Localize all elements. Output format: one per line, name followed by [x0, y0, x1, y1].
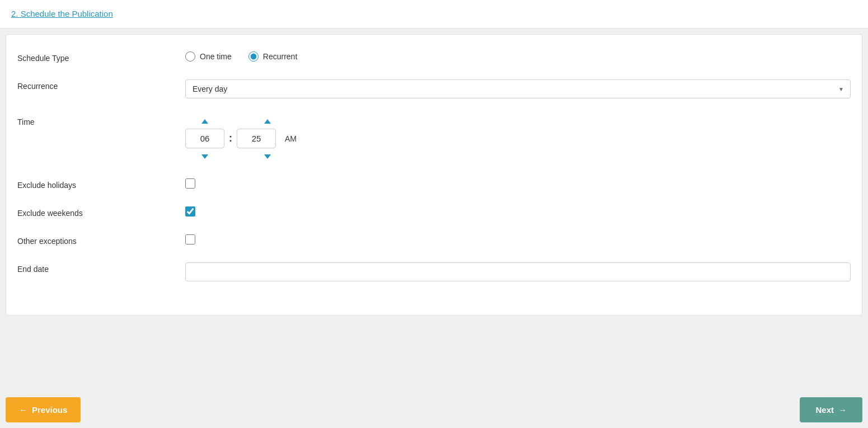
next-button[interactable]: Next — [800, 397, 862, 422]
minute-down-icon — [264, 154, 271, 159]
next-arrow-icon — [838, 405, 847, 415]
exclude-weekends-row: Exclude weekends — [17, 206, 851, 218]
recurrent-label: Recurrent — [263, 52, 297, 61]
time-label: Time — [17, 115, 185, 126]
minute-input[interactable] — [237, 129, 276, 148]
hour-up-spacer — [185, 115, 224, 126]
schedule-type-control: One time Recurrent — [185, 51, 851, 62]
form-card: Schedule Type One time Recurrent Recurre… — [6, 34, 862, 316]
time-arrows-top — [185, 115, 287, 126]
one-time-radio[interactable] — [185, 51, 195, 62]
recurrence-label: Recurrence — [17, 79, 185, 91]
minute-down-spacer — [248, 150, 287, 162]
schedule-type-row: Schedule Type One time Recurrent — [17, 51, 851, 63]
other-exceptions-checkbox[interactable] — [185, 234, 195, 244]
time-inputs-row: : AM — [185, 129, 297, 148]
ampm-display: AM — [285, 134, 297, 143]
one-time-label: One time — [200, 52, 232, 61]
time-arrows-bottom — [185, 150, 287, 162]
time-row: Time — [17, 115, 851, 162]
other-exceptions-label: Other exceptions — [17, 234, 185, 246]
end-date-control — [185, 262, 851, 281]
main-content: Schedule Type One time Recurrent Recurre… — [0, 29, 868, 392]
hour-down-button[interactable] — [198, 150, 212, 162]
exclude-holidays-row: Exclude holidays — [17, 178, 851, 190]
minute-down-button[interactable] — [261, 150, 274, 162]
previous-arrow-icon — [19, 405, 27, 415]
hour-up-button[interactable] — [198, 115, 212, 126]
previous-label: Previous — [32, 405, 67, 415]
exclude-weekends-control — [185, 206, 851, 217]
footer-navigation: Previous Next — [0, 392, 868, 428]
page-header: 2. Schedule the Publication — [0, 0, 868, 29]
time-separator: : — [229, 133, 232, 144]
recurrence-select-wrapper: Every day Every week Every month — [185, 79, 851, 98]
next-label: Next — [815, 405, 834, 415]
hour-input[interactable] — [185, 129, 224, 148]
exclude-holidays-checkbox[interactable] — [185, 178, 195, 189]
time-picker: : AM — [185, 115, 851, 162]
recurrent-radio[interactable] — [248, 51, 259, 62]
exclude-holidays-control — [185, 178, 851, 189]
recurrent-option[interactable]: Recurrent — [248, 51, 297, 62]
one-time-option[interactable]: One time — [185, 51, 232, 62]
other-exceptions-row: Other exceptions — [17, 234, 851, 246]
recurrence-control: Every day Every week Every month — [185, 79, 851, 98]
minute-up-spacer — [248, 115, 287, 126]
exclude-weekends-checkbox[interactable] — [185, 206, 195, 217]
recurrence-select[interactable]: Every day Every week Every month — [185, 79, 851, 98]
exclude-weekends-label: Exclude weekends — [17, 206, 185, 218]
breadcrumb-link[interactable]: 2. Schedule the Publication — [11, 9, 113, 18]
previous-button[interactable]: Previous — [6, 397, 81, 422]
minute-up-button[interactable] — [261, 115, 274, 126]
other-exceptions-control — [185, 234, 851, 244]
end-date-label: End date — [17, 262, 185, 274]
hour-down-icon — [201, 154, 208, 159]
time-control: : AM — [185, 115, 851, 162]
schedule-type-label: Schedule Type — [17, 51, 185, 63]
recurrence-row: Recurrence Every day Every week Every mo… — [17, 79, 851, 98]
minute-up-icon — [264, 119, 271, 124]
end-date-row: End date — [17, 262, 851, 281]
exclude-holidays-label: Exclude holidays — [17, 178, 185, 190]
hour-down-spacer — [185, 150, 224, 162]
end-date-input[interactable] — [185, 262, 851, 281]
hour-up-icon — [201, 119, 208, 124]
